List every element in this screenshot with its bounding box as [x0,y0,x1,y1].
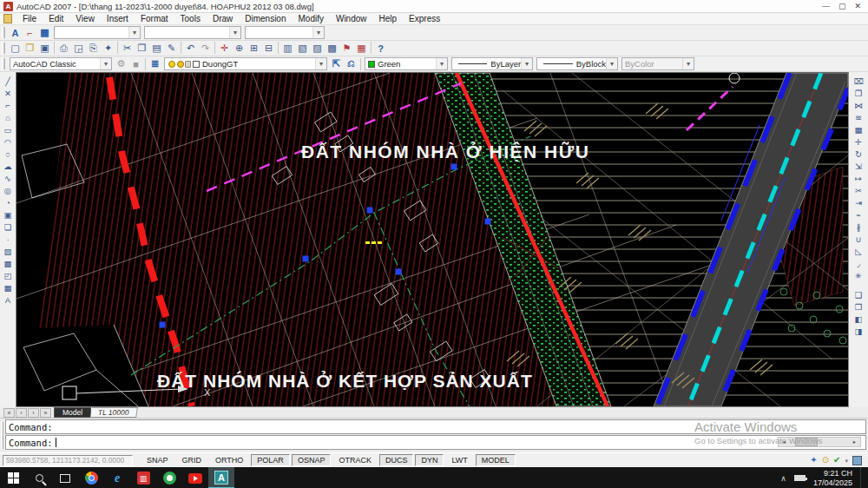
command-splitter[interactable] [1,422,3,449]
show-desktop-button[interactable] [860,467,864,488]
bring-above-button[interactable]: ◧ [852,313,865,325]
chevron-down-icon[interactable]: ▾ [312,27,324,38]
sheetset-manager-button[interactable]: ▩ [325,42,339,56]
toggle-lwt[interactable]: LWT [445,454,473,466]
revcloud-button[interactable]: ☁ [1,160,15,172]
menu-insert[interactable]: Insert [101,14,135,23]
paste-button[interactable]: ▤ [149,42,164,56]
table-style-button[interactable]: ▦ [37,26,52,40]
dim-style-combo[interactable]: ▾ [144,26,241,39]
toolbar-lock-icon[interactable]: ⊙ [822,456,829,465]
text-style-button[interactable]: A [8,26,23,40]
chamfer-button[interactable]: ◺ [852,245,865,257]
match-properties-button[interactable]: ✎ [164,42,179,56]
layer-previous-button[interactable]: ⎌ [344,57,358,71]
undo-button[interactable]: ↶ [183,42,198,56]
command-history[interactable]: Command: [5,419,866,434]
mtext-button[interactable]: A [1,293,15,306]
make-object-layer-current-button[interactable]: ⇱ [329,57,344,71]
publish-button[interactable]: ⎘ [86,42,101,56]
make-block-button[interactable]: ❏ [1,221,15,233]
break-button[interactable]: ∦ [852,221,865,233]
pan-button[interactable]: ✛ [217,42,232,56]
menu-edit[interactable]: Edit [43,14,69,23]
rotate-button[interactable]: ↻ [852,148,865,160]
break-at-point-button[interactable]: ⌁ [852,208,865,221]
autocad-taskbar-button[interactable]: A [208,467,234,488]
my-workspace-button[interactable]: ■ [128,57,143,71]
scale-button[interactable]: ⇲ [852,160,865,172]
toggle-ducs[interactable]: DUCS [379,454,414,466]
chevron-down-icon[interactable]: ▾ [606,58,617,69]
gradient-button[interactable]: ▩ [1,257,15,269]
tab-next-button[interactable]: › [28,408,39,418]
workspace-combo[interactable]: AutoCAD Classic ▾ [10,57,112,70]
toggle-grid[interactable]: GRID [176,454,208,466]
tab-last-button[interactable]: » [40,408,51,418]
tab-prev-button[interactable]: ‹ [16,408,27,418]
trim-button[interactable]: ✂ [852,184,865,196]
zoom-realtime-button[interactable]: ⊕ [232,42,247,56]
quickcalc-button[interactable]: ▦ [354,42,369,56]
point-button[interactable]: ∙ [1,233,15,245]
layer-properties-button[interactable]: ≣ [148,57,162,71]
fillet-button[interactable]: ◞ [852,257,865,269]
construction-line-button[interactable]: ✕ [1,87,15,99]
toolbar-grip[interactable] [2,43,5,54]
red-app-taskbar-button[interactable]: ▥ [130,467,156,488]
mirror-button[interactable]: ⋈ [852,99,865,111]
copy-button[interactable]: ❐ [135,42,149,56]
coccoc-taskbar-button[interactable] [156,467,182,488]
taskbar-clock[interactable]: 9:21 CH 17/04/2025 [813,469,852,487]
line-button[interactable]: ╱ [1,75,15,87]
toolbar-grip[interactable] [2,27,5,38]
zoom-window-button[interactable]: ⊞ [247,42,261,56]
polyline-button[interactable]: ⌐ [1,99,15,111]
menu-format[interactable]: Format [135,14,174,23]
plot-preview-button[interactable]: ◲ [71,42,86,56]
coordinate-readout[interactable]: 593980.5758, 1213173.2142, 0.0000 [3,455,133,466]
maximize-button[interactable]: ▢ [838,2,846,10]
scroll-left-icon[interactable]: ◂ [779,438,790,446]
workspace-settings-button[interactable]: ⚙ [114,57,128,71]
menu-modify[interactable]: Modify [293,14,330,23]
table-style-combo[interactable]: ▾ [245,26,325,39]
menu-help[interactable]: Help [373,14,404,23]
drawing-canvas[interactable]: X ĐẤT NHÓM NHÀ Ở HIỆN HỮU ĐẤT NHÓM NHÀ Ở… [16,72,849,407]
circle-button[interactable]: ○ [1,148,15,160]
start-button[interactable] [0,467,26,488]
send-under-button[interactable]: ◨ [852,325,865,337]
clean-screen-button[interactable] [852,456,862,465]
standards-check-icon[interactable]: ✔ [833,456,840,465]
move-button[interactable]: ✛ [852,135,865,148]
scrollbar-thumb[interactable] [795,438,818,446]
chevron-down-icon[interactable]: ▾ [315,58,326,69]
tray-expand-icon[interactable]: ▾ [845,458,848,464]
chevron-down-icon[interactable]: ▾ [128,27,140,38]
menu-window[interactable]: Window [330,14,373,23]
command-input[interactable]: Command: [5,435,866,450]
insert-block-button[interactable]: ▣ [1,208,15,221]
cut-button[interactable]: ✂ [120,42,135,56]
battery-icon[interactable] [794,475,806,481]
menu-file[interactable]: File [16,14,43,23]
send-to-back-button[interactable]: ❒ [852,300,865,313]
bring-to-front-button[interactable]: ❑ [852,288,865,300]
toolbar-grip[interactable] [2,58,5,69]
ellipse-button[interactable]: ◎ [1,184,15,196]
toggle-dyn[interactable]: DYN [415,454,444,466]
layer-combo[interactable]: DuongGT ▾ [164,57,327,70]
toggle-model[interactable]: MODEL [476,454,516,466]
new-button[interactable]: ▢ [8,42,23,56]
offset-button[interactable]: ≋ [852,111,865,123]
redo-button[interactable]: ↷ [198,42,213,56]
open-button[interactable]: ❒ [23,42,37,56]
menu-express[interactable]: Express [403,14,446,23]
zoom-previous-button[interactable]: ⊟ [261,42,276,56]
erase-button[interactable]: ⌧ [852,75,865,87]
extend-button[interactable]: ⇥ [852,196,865,208]
toggle-snap[interactable]: SNAP [141,454,174,466]
toggle-polar[interactable]: POLAR [251,454,290,466]
linetype-combo[interactable]: ByLayer ▾ [451,57,533,70]
tool-palettes-button[interactable]: ▨ [310,42,325,56]
